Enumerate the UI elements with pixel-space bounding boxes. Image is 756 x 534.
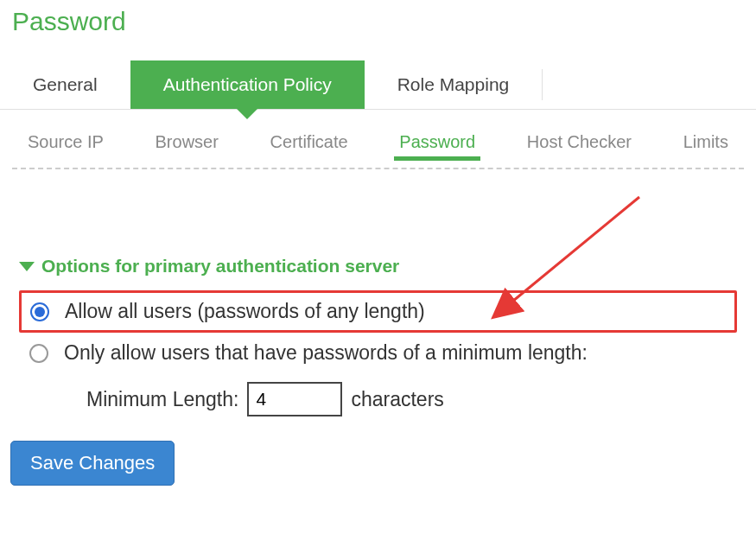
tabs-primary: General Authentication Policy Role Mappi… [0, 60, 756, 110]
tabs-divider [542, 69, 543, 100]
subtab-limits[interactable]: Limits [682, 129, 730, 159]
subtab-source-ip[interactable]: Source IP [26, 129, 105, 159]
radio-allow-all[interactable] [30, 302, 49, 321]
min-length-label: Minimum Length: [86, 388, 238, 411]
min-length-input[interactable] [247, 382, 342, 416]
save-button[interactable]: Save Changes [10, 441, 175, 486]
min-length-row: Minimum Length: characters [86, 382, 737, 416]
tabs-secondary: Source IP Browser Certificate Password H… [0, 110, 756, 168]
subtab-host-checker[interactable]: Host Checker [525, 129, 633, 159]
svg-marker-0 [19, 262, 35, 271]
tab-role-mapping[interactable]: Role Mapping [365, 60, 543, 109]
dashed-separator [12, 168, 744, 169]
min-length-suffix: characters [351, 388, 443, 411]
section-header-label: Options for primary authentication serve… [41, 256, 399, 277]
subtab-certificate[interactable]: Certificate [269, 129, 350, 159]
radio-only-min[interactable] [29, 344, 48, 363]
subtab-password[interactable]: Password [397, 129, 477, 159]
option-allow-all-label: Allow all users (passwords of any length… [65, 300, 425, 323]
section-header[interactable]: Options for primary authentication serve… [19, 256, 737, 277]
chevron-down-icon [19, 260, 35, 272]
option-only-min[interactable]: Only allow users that have passwords of … [19, 333, 737, 373]
options-section: Options for primary authentication serve… [0, 256, 756, 416]
page-title: Password [0, 0, 756, 36]
option-only-min-label: Only allow users that have passwords of … [64, 341, 588, 365]
subtab-browser[interactable]: Browser [154, 129, 220, 159]
tab-authentication-policy[interactable]: Authentication Policy [130, 60, 365, 109]
tab-general[interactable]: General [0, 60, 130, 109]
option-allow-all[interactable]: Allow all users (passwords of any length… [19, 290, 737, 333]
